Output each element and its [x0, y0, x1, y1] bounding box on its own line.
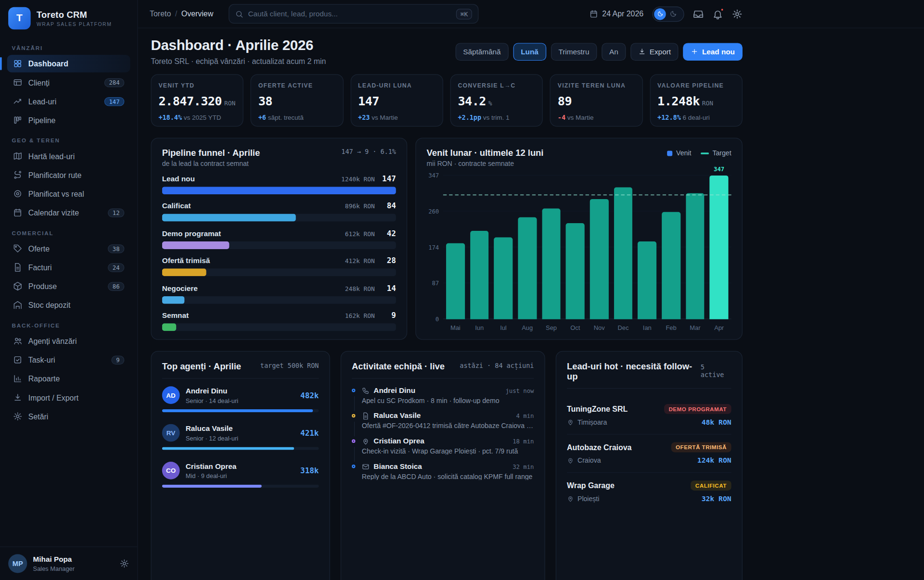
sidebar-item-label: Task-uri: [28, 355, 55, 364]
user-avatar: MP: [8, 554, 27, 573]
stage-amount: 412k RON: [345, 257, 375, 265]
chart-title: Venit lunar · ultimele 12 luni: [427, 148, 544, 158]
period-tab-lun[interactable]: Lună: [513, 43, 546, 61]
sidebar-item-facturi[interactable]: Facturi24: [7, 259, 130, 277]
lead-row-tuningzone-srl[interactable]: TuningZone SRLDEMO PROGRAMATTimișoara48k…: [567, 396, 732, 435]
chart-legend: VenitTarget: [667, 150, 732, 157]
sidebar-item-dashboard[interactable]: Dashboard: [7, 55, 130, 73]
tag-icon: [13, 244, 23, 253]
chart-x-axis: MaiIunIulAugSepOctNovDecIanFebMarApr: [443, 324, 732, 331]
activity-item-bianca-stoica[interactable]: Bianca Stoica32 minReply de la ABCD Auto…: [352, 462, 534, 488]
user-settings-icon[interactable]: [120, 559, 129, 568]
stage-amount: 162k RON: [345, 312, 375, 319]
agent-row-andrei-dinu[interactable]: ADAndrei DinuSenior · 14 deal-uri482k: [162, 386, 319, 412]
x-tick: Iun: [470, 324, 489, 331]
kpi-value: 147: [358, 94, 379, 108]
date-chip[interactable]: 24 Apr 2026: [589, 10, 643, 18]
chart-subtitle: mii RON · contracte semnate: [427, 160, 544, 167]
legend-swatch: [701, 152, 709, 154]
export-button[interactable]: Export: [631, 43, 679, 61]
content: Dashboard · Aprilie 2026 Toreto SRL · ec…: [138, 28, 744, 580]
brand-tagline: WRAP SALES PLATFORM: [37, 21, 112, 27]
activity-time: 18 min: [513, 438, 534, 444]
kpi-delta-note: vs Martie: [372, 113, 398, 121]
breadcrumb-root[interactable]: Toreto: [150, 10, 171, 18]
lead-status-badge: CALIFICAT: [691, 480, 732, 491]
phone-icon: [362, 387, 370, 394]
activity-agent-name: Bianca Stoica: [373, 462, 422, 470]
search-icon: [235, 10, 244, 18]
sidebar-item-rapoarte[interactable]: Rapoarte: [7, 370, 130, 388]
bar-apr: 347: [710, 176, 729, 319]
kpi-delta: +23: [358, 113, 370, 121]
agent-row-cristian-oprea[interactable]: COCristian OpreaMid · 9 deal-uri318k: [162, 462, 319, 488]
moon-idle-icon: [669, 10, 677, 18]
sidebar-badge: 284: [104, 78, 125, 87]
gear-icon: [13, 412, 23, 421]
sidebar-item-hart-lead-uri[interactable]: Hartă lead-uri: [7, 147, 130, 165]
inbox-icon[interactable]: [693, 9, 704, 19]
user-card[interactable]: MP Mihai Popa Sales Manager: [0, 546, 137, 580]
sidebar-item-calendar-vizite[interactable]: Calendar vizite12: [7, 204, 130, 222]
kpi-card-conversie-l-c: CONVERSIE L→C34.2%+2.1pp vs trim. 1: [450, 74, 543, 126]
timeline-dot: [352, 465, 355, 468]
sidebar-badge: 9: [111, 355, 124, 364]
bar-oct: [566, 223, 585, 319]
chart-column: [470, 176, 489, 319]
bar-mai: [446, 243, 465, 319]
kpi-delta: +2.1pp: [458, 113, 481, 121]
sidebar-item-lead-uri[interactable]: Lead-uri147: [7, 92, 130, 110]
period-tab-an[interactable]: An: [602, 43, 626, 61]
theme-toggle[interactable]: [653, 6, 684, 22]
sidebar-item-pipeline[interactable]: Pipeline: [7, 111, 130, 129]
lead-row-autobaze-craiova[interactable]: Autobaze CraiovaOFERTĂ TRIMISĂCraiova124…: [567, 435, 732, 473]
kpi-delta: +18.4%: [158, 113, 182, 121]
agent-value: 482k: [300, 391, 319, 399]
sidebar-item-planificator-rute[interactable]: Planificator rute: [7, 166, 130, 184]
kpi-card-venit-ytd: VENIT YTD2.847.320RON+18.4% vs 2025 YTD: [151, 74, 244, 126]
sidebar: T Toreto CRM WRAP SALES PLATFORM VÂNZĂRI…: [0, 0, 138, 580]
activity-list: Andrei Dinujust nowApel cu SC Prodkom · …: [352, 386, 534, 488]
kpi-delta: +6: [258, 113, 266, 121]
sidebar-item-planificat-vs-real[interactable]: Planificat vs real: [7, 185, 130, 202]
brand-logo: T: [8, 7, 31, 30]
brand-name: Toreto CRM: [37, 10, 112, 20]
funnel-stage-lead-nou: Lead nou1240k RON147: [162, 174, 396, 194]
search-bar[interactable]: ⌘K: [229, 4, 478, 24]
lead-row-wrap-garage[interactable]: Wrap GarageCALIFICATPloiești32k RON: [567, 473, 732, 510]
new-lead-button[interactable]: Lead nou: [683, 43, 743, 61]
x-tick: Mai: [446, 324, 465, 331]
sidebar-item-task-uri[interactable]: Task-uri9: [7, 351, 130, 369]
activity-agent-name: Cristian Oprea: [373, 437, 424, 445]
sidebar-item-set-ri[interactable]: Setări: [7, 407, 130, 425]
search-input[interactable]: [248, 10, 451, 18]
kpi-delta-note: vs Martie: [567, 113, 594, 121]
sidebar-item-import-export[interactable]: Import / Export: [7, 389, 130, 406]
activity-item-raluca-vasile[interactable]: Raluca Vasile4 minOfertă #OF-2026-0412 t…: [352, 412, 534, 437]
stage-amount: 612k RON: [345, 230, 375, 238]
lead-name: TuningZone SRL: [567, 404, 628, 413]
bell-icon[interactable]: [712, 9, 723, 19]
sidebar-item-agen-i-v-nz-ri[interactable]: Agenți vânzări: [7, 332, 130, 350]
sidebar-item-produse[interactable]: Produse86: [7, 277, 130, 295]
sidebar-item-stoc-depozit[interactable]: Stoc depozit: [7, 296, 130, 314]
period-tab-s-pt-m-n[interactable]: Săptămână: [455, 43, 508, 61]
sidebar-item-label: Produse: [28, 282, 57, 290]
kpi-value: 1.248k: [657, 94, 700, 108]
stage-bar-track: [162, 187, 396, 194]
activity-item-cristian-oprea[interactable]: Cristian Oprea18 minCheck-in vizită · Wr…: [352, 437, 534, 463]
topbar: Toreto / Overview ⌘K 24 Apr 2026: [138, 0, 924, 28]
nav-section-label: COMERCIAL: [12, 230, 125, 236]
chart-column: [638, 176, 656, 319]
period-tab-trimestru[interactable]: Trimestru: [551, 43, 597, 61]
activity-item-andrei-dinu[interactable]: Andrei Dinujust nowApel cu SC Prodkom · …: [352, 386, 534, 412]
pin-icon: [567, 495, 574, 503]
gear-icon[interactable]: [732, 9, 743, 19]
stage-bar-track: [162, 214, 396, 222]
sidebar-item-oferte[interactable]: Oferte38: [7, 240, 130, 257]
sidebar-item-clien-i[interactable]: Clienți284: [7, 74, 130, 91]
agent-row-raluca-vasile[interactable]: RVRaluca VasileSenior · 12 deal-uri421k: [162, 424, 319, 450]
team-activity-card: Activitate echipă · live astăzi · 84 acț…: [341, 351, 545, 580]
chart-column: [566, 176, 585, 319]
lead-value: 32k RON: [702, 495, 732, 503]
